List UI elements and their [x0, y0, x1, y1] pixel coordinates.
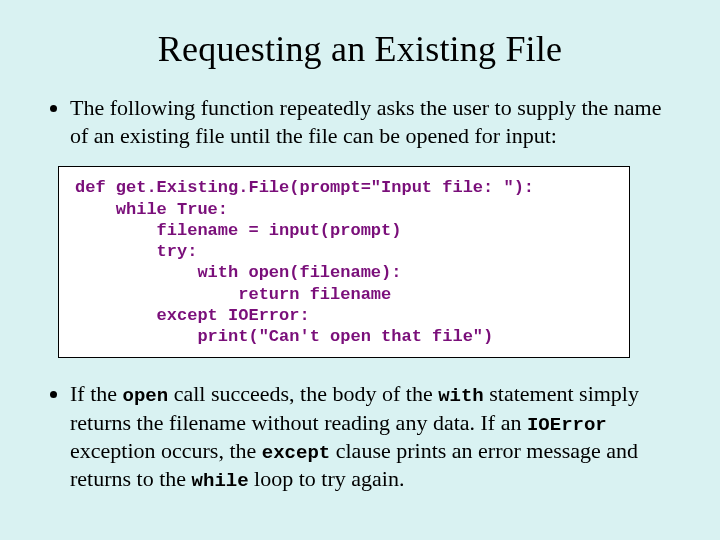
code-block: def get.Existing.File(prompt="Input file… [75, 177, 613, 347]
slide: Requesting an Existing File The followin… [0, 0, 720, 540]
b2-code-while: while [192, 470, 249, 492]
code-box: def get.Existing.File(prompt="Input file… [58, 166, 630, 358]
bullet-list-2: If the open call succeeds, the body of t… [48, 380, 672, 493]
bullet-1: The following function repeatedly asks t… [70, 94, 672, 150]
bullet-list: The following function repeatedly asks t… [48, 94, 672, 150]
slide-title: Requesting an Existing File [48, 28, 672, 70]
b2-code-except: except [262, 442, 330, 464]
b2-text-1: If the [70, 381, 123, 406]
bullet-2: If the open call succeeds, the body of t… [70, 380, 672, 493]
b2-text-2: call succeeds, the body of the [168, 381, 438, 406]
b2-code-ioerror: IOError [527, 414, 607, 436]
b2-text-4: exception occurs, the [70, 438, 262, 463]
b2-text-6: loop to try again. [249, 466, 405, 491]
b2-code-with: with [438, 385, 484, 407]
b2-code-open: open [123, 385, 169, 407]
